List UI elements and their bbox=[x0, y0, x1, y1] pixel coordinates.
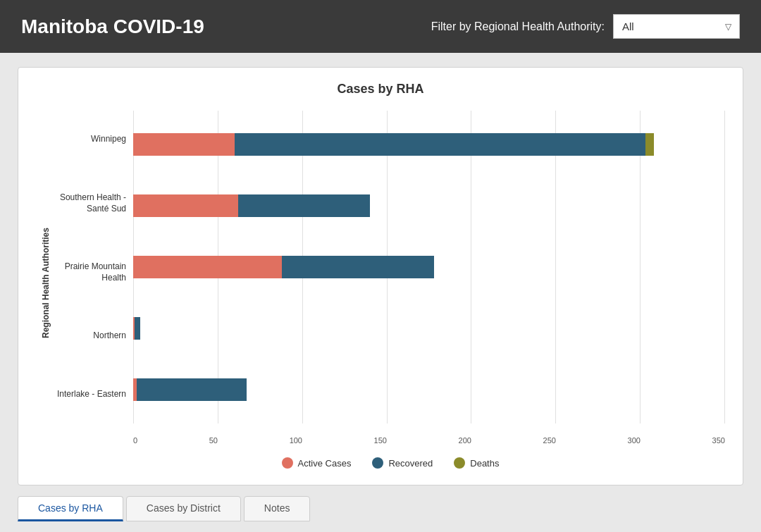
bar-segment-active bbox=[133, 256, 282, 278]
row-label: Winnipeg bbox=[56, 134, 133, 145]
grid-and-bars: 050100150200250300350 bbox=[133, 111, 725, 445]
bar-row bbox=[133, 315, 725, 342]
row-label: Northern bbox=[56, 330, 133, 342]
row-label: Interlake - Eastern bbox=[56, 389, 133, 400]
app-title: Manitoba COVID-19 bbox=[21, 16, 204, 38]
bar-segment-recovered bbox=[137, 378, 247, 401]
bars-container bbox=[133, 111, 725, 423]
bar-segment-deaths bbox=[645, 133, 654, 156]
bar-row bbox=[133, 376, 725, 403]
chart-title: Cases by RHA bbox=[36, 82, 725, 97]
row-label: Prairie Mountain Health bbox=[56, 261, 133, 283]
x-tick: 0 bbox=[133, 436, 137, 445]
legend-color-dot bbox=[372, 457, 383, 469]
legend-label: Deaths bbox=[470, 458, 499, 469]
chart-content: WinnipegSouthern Health - Santé SudPrair… bbox=[56, 111, 725, 474]
legend-color-dot bbox=[282, 457, 293, 469]
bar-segment-recovered bbox=[235, 133, 645, 156]
legend-label: Active Cases bbox=[298, 458, 352, 469]
bars-and-grid: WinnipegSouthern Health - Santé SudPrair… bbox=[56, 111, 725, 445]
row-label: Southern Health - Santé Sud bbox=[56, 192, 133, 214]
x-tick: 50 bbox=[209, 436, 218, 445]
bar-segment-recovered bbox=[282, 256, 434, 278]
x-axis-ticks: 050100150200250300350 bbox=[133, 423, 725, 445]
row-labels: WinnipegSouthern Health - Santé SudPrair… bbox=[56, 111, 133, 445]
bar-row bbox=[133, 254, 725, 280]
legend-item: Deaths bbox=[454, 457, 499, 469]
x-tick: 300 bbox=[628, 436, 641, 445]
tab-notes[interactable]: Notes bbox=[244, 496, 311, 521]
filter-label: Filter by Regional Health Authority: bbox=[431, 20, 605, 33]
header: Manitoba COVID-19 Filter by Regional Hea… bbox=[0, 0, 761, 53]
bar-segment-recovered bbox=[135, 317, 140, 340]
chart-card: Cases by RHA Regional Health Authorities… bbox=[18, 67, 743, 485]
bar-segment-active bbox=[133, 194, 238, 217]
tab-cases-by-district[interactable]: Cases by District bbox=[126, 496, 241, 521]
filter-container: Filter by Regional Health Authority: All… bbox=[431, 14, 740, 39]
bar-chart: Regional Health Authorities WinnipegSout… bbox=[36, 111, 725, 474]
x-tick: 250 bbox=[543, 436, 556, 445]
legend-label: Recovered bbox=[388, 458, 433, 469]
rha-select-wrapper[interactable]: All Winnipeg Southern Health - Santé Sud… bbox=[613, 14, 740, 39]
legend-item: Recovered bbox=[372, 457, 433, 469]
x-tick: 350 bbox=[712, 436, 725, 445]
bar-row bbox=[133, 192, 725, 219]
x-tick: 200 bbox=[459, 436, 471, 445]
x-tick: 150 bbox=[374, 436, 387, 445]
legend-item: Active Cases bbox=[282, 457, 352, 469]
bar-rows bbox=[133, 111, 725, 423]
y-axis-label-container: Regional Health Authorities bbox=[36, 111, 56, 474]
bar-row bbox=[133, 131, 725, 158]
x-tick: 100 bbox=[290, 436, 302, 445]
bar-segment-recovered bbox=[238, 194, 370, 217]
legend-color-dot bbox=[454, 457, 465, 469]
bar-segment-active bbox=[133, 133, 235, 156]
x-axis: 050100150200250300350 bbox=[133, 423, 725, 445]
tab-cases-by-rha[interactable]: Cases by RHA bbox=[18, 496, 123, 521]
tabs: Cases by RHACases by DistrictNotes bbox=[18, 496, 743, 521]
legend: Active CasesRecoveredDeaths bbox=[56, 452, 725, 474]
main-content: Cases by RHA Regional Health Authorities… bbox=[0, 53, 761, 532]
y-axis-label: Regional Health Authorities bbox=[41, 247, 51, 338]
rha-filter-select[interactable]: All Winnipeg Southern Health - Santé Sud… bbox=[613, 14, 740, 39]
chart-area: Regional Health Authorities WinnipegSout… bbox=[36, 111, 725, 474]
